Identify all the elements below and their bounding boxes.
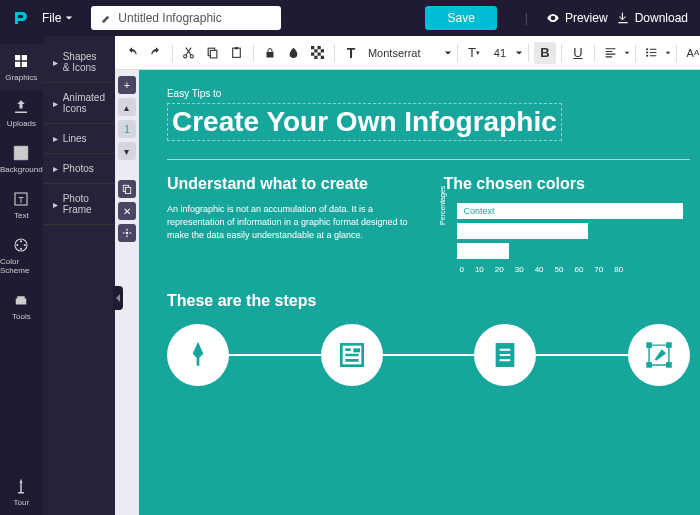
newspaper-icon [336, 339, 368, 371]
step-circle-4[interactable] [628, 324, 690, 386]
page-number[interactable]: 1 [118, 120, 136, 138]
chart-x-axis: 01020304050607080 [459, 265, 690, 274]
eye-icon [546, 11, 560, 25]
separator: | [525, 11, 528, 25]
step-circle-2[interactable] [321, 324, 383, 386]
section1-heading[interactable]: Understand what to create [167, 174, 414, 193]
bold-button[interactable]: B [534, 42, 556, 64]
nav-graphics[interactable]: Graphics [0, 44, 43, 90]
save-button[interactable]: Save [425, 6, 496, 30]
svg-rect-13 [266, 52, 273, 58]
steps-row[interactable] [167, 324, 690, 386]
chevron-down-icon [65, 14, 73, 22]
svg-point-23 [647, 51, 649, 53]
align-button[interactable] [600, 42, 622, 64]
lock-button[interactable] [259, 42, 281, 64]
panel-photo-frame[interactable]: ▸Photo Frame [43, 184, 115, 225]
svg-rect-17 [321, 49, 324, 52]
section2-heading[interactable]: The chosen colors [443, 174, 690, 193]
chevron-down-icon [444, 49, 452, 57]
paste-button[interactable] [226, 42, 248, 64]
svg-rect-20 [315, 56, 318, 59]
chart-bar [457, 223, 587, 239]
svg-rect-16 [315, 49, 318, 52]
undo-button[interactable] [121, 42, 143, 64]
chart-bar [457, 243, 508, 259]
cut-button[interactable] [178, 42, 200, 64]
panel-lines[interactable]: ▸Lines [43, 124, 115, 154]
font-family-select[interactable]: Montserrat [364, 47, 442, 59]
font-size-decrease[interactable]: T▾ [463, 42, 485, 64]
section1-body[interactable]: An infographic is not an accumulation of… [167, 203, 414, 241]
chevron-down-icon [665, 50, 671, 56]
page-settings-button[interactable] [118, 224, 136, 242]
svg-rect-14 [311, 46, 314, 49]
delete-page-button[interactable]: ✕ [118, 202, 136, 220]
svg-point-8 [191, 55, 194, 58]
canvas-subtitle[interactable]: Easy Tips to [167, 88, 690, 99]
svg-rect-26 [125, 187, 130, 193]
svg-point-5 [20, 248, 22, 250]
preview-button[interactable]: Preview [546, 11, 608, 25]
graphics-panel: ▸Shapes & Icons ▸Animated Icons ▸Lines ▸… [43, 36, 115, 515]
svg-point-22 [647, 48, 649, 50]
pen-nib-icon [182, 339, 214, 371]
design-brush-icon [642, 338, 676, 372]
svg-point-7 [184, 55, 187, 58]
download-button[interactable]: Download [616, 11, 688, 25]
nav-background[interactable]: Background [0, 136, 43, 182]
document-title-input[interactable]: Untitled Infographic [91, 6, 281, 30]
toolbar: T Montserrat T▾ 41 B U AA [115, 36, 700, 70]
left-nav: Graphics Uploads Background TText Color … [0, 36, 43, 515]
steps-heading[interactable]: These are the steps [167, 292, 690, 310]
opacity-button[interactable] [283, 42, 305, 64]
download-icon [616, 11, 630, 25]
page-up-button[interactable]: ▴ [118, 98, 136, 116]
svg-rect-21 [321, 56, 324, 59]
bar-chart[interactable]: Percentages Context 01020304050607080 [443, 203, 690, 274]
canvas-title[interactable]: Create Your Own Infographic [167, 103, 562, 141]
svg-rect-18 [311, 53, 314, 56]
list-button[interactable] [641, 42, 663, 64]
redo-button[interactable] [145, 42, 167, 64]
pattern-button[interactable] [307, 42, 329, 64]
svg-point-24 [647, 55, 649, 57]
nav-tour[interactable]: Tour [0, 469, 43, 515]
chart-bar: Context [457, 203, 683, 219]
nav-tools[interactable]: Tools [0, 283, 43, 329]
nav-uploads[interactable]: Uploads [0, 90, 43, 136]
svg-rect-10 [211, 50, 218, 58]
document-title-text: Untitled Infographic [118, 11, 221, 25]
file-menu[interactable]: File [42, 11, 73, 25]
text-color-button[interactable]: AA [682, 42, 700, 64]
duplicate-page-button[interactable] [118, 180, 136, 198]
add-page-button[interactable]: + [118, 76, 136, 94]
svg-point-27 [126, 232, 129, 235]
document-icon [489, 339, 521, 371]
panel-photos[interactable]: ▸Photos [43, 154, 115, 184]
text-tool-button[interactable]: T [340, 42, 362, 64]
chevron-down-icon [515, 49, 523, 57]
nav-text[interactable]: TText [0, 182, 43, 228]
svg-rect-12 [235, 47, 238, 49]
divider [167, 159, 690, 160]
underline-button[interactable]: U [567, 42, 589, 64]
font-size-input[interactable]: 41 [487, 47, 513, 59]
page-down-button[interactable]: ▾ [118, 142, 136, 160]
panel-animated-icons[interactable]: ▸Animated Icons [43, 83, 115, 124]
panel-shapes-icons[interactable]: ▸Shapes & Icons [43, 42, 115, 83]
nav-color-scheme[interactable]: Color Scheme [0, 228, 43, 283]
step-connector [229, 354, 321, 356]
step-connector [536, 354, 628, 356]
step-connector [383, 354, 475, 356]
step-circle-1[interactable] [167, 324, 229, 386]
step-circle-3[interactable] [474, 324, 536, 386]
svg-rect-15 [318, 46, 321, 49]
chevron-down-icon [624, 50, 630, 56]
copy-button[interactable] [202, 42, 224, 64]
chart-ylabel: Percentages [439, 186, 446, 225]
canvas[interactable]: Easy Tips to Create Your Own Infographic… [139, 70, 700, 515]
pencil-icon [101, 13, 112, 24]
svg-rect-29 [353, 349, 360, 353]
panel-collapse-button[interactable] [113, 286, 123, 310]
